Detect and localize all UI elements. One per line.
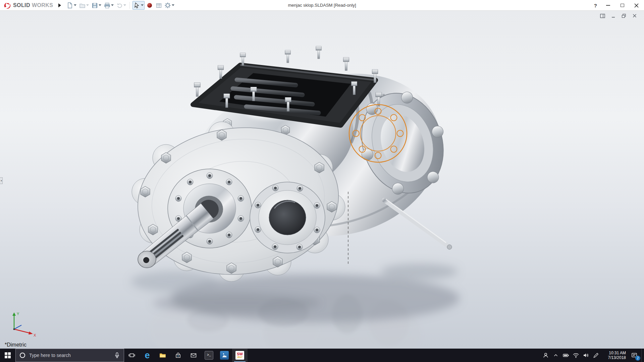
view-orientation-label: *Dimetric — [5, 342, 26, 348]
output-shaft[interactable] — [384, 199, 452, 249]
design-table-icon — [155, 2, 162, 9]
document-title: menjac sklop.SLDASM [Read-only] — [288, 0, 356, 11]
speaker-icon — [582, 352, 590, 359]
network-button[interactable] — [571, 349, 581, 362]
triad-y-label: Y — [17, 312, 19, 316]
doc-minimize-icon — [611, 14, 615, 18]
new-document-icon — [66, 2, 73, 9]
file-explorer-icon — [159, 352, 167, 359]
microphone-icon[interactable] — [114, 352, 120, 359]
solidworks-app-icon: SW 2017 — [235, 351, 244, 360]
edge-icon: e — [145, 351, 150, 360]
edge-browser-button[interactable]: e — [140, 349, 155, 362]
doc-restore-button[interactable] — [621, 13, 627, 18]
start-button[interactable] — [0, 349, 15, 362]
appearance-sphere-icon — [146, 2, 153, 9]
triad-x-label: X — [34, 333, 36, 337]
save-icon — [91, 2, 98, 9]
mail-envelope-icon — [190, 352, 197, 359]
dropdown-caret-icon[interactable] — [86, 4, 89, 6]
minimize-icon — [606, 5, 610, 6]
select-cursor-icon — [133, 2, 140, 9]
help-button[interactable]: ? — [594, 3, 597, 8]
blue-app-button[interactable] — [217, 349, 232, 362]
secondary-bore[interactable] — [250, 182, 325, 253]
pane-split-button[interactable] — [600, 13, 605, 18]
task-view-icon — [128, 352, 136, 359]
gearbox-render — [0, 11, 644, 349]
toolbar-separator — [129, 2, 130, 9]
print-button[interactable] — [103, 1, 114, 10]
windows-logo-icon — [5, 352, 11, 358]
terminal-button[interactable]: >_ — [201, 349, 217, 362]
dropdown-caret-icon[interactable] — [74, 4, 76, 6]
select-tool-button[interactable] — [132, 1, 145, 10]
dropdown-caret-icon[interactable] — [99, 4, 101, 6]
doc-restore-icon — [622, 14, 626, 18]
cortana-icon — [19, 352, 26, 359]
taskbar-clock[interactable]: 10:31 AM 7/13/2018 — [601, 349, 627, 362]
doc-close-button[interactable] — [632, 13, 637, 18]
hidden-icons-button[interactable] — [551, 349, 561, 362]
minimize-button[interactable] — [605, 2, 611, 8]
open-button[interactable] — [78, 1, 90, 10]
people-icon — [542, 352, 549, 359]
gear-icon — [164, 2, 171, 9]
options-button[interactable] — [164, 1, 175, 10]
save-button[interactable] — [91, 1, 102, 10]
store-bag-icon — [174, 352, 182, 359]
undo-icon — [116, 2, 123, 9]
undo-button[interactable] — [115, 1, 127, 10]
doc-close-icon — [633, 14, 637, 18]
clock-date: 7/13/2018 — [608, 355, 626, 360]
terminal-icon: >_ — [205, 351, 213, 360]
dropdown-caret-icon[interactable] — [141, 4, 144, 6]
battery-button[interactable] — [561, 349, 571, 362]
taskbar: e >_ SW 20 — [0, 349, 644, 362]
clock-time: 10:31 AM — [609, 351, 626, 355]
solidworks-ds-icon — [3, 2, 11, 9]
close-button[interactable] — [633, 2, 639, 8]
dropdown-caret-icon[interactable] — [123, 4, 126, 6]
pen-icon — [592, 352, 600, 359]
action-center-button[interactable]: 2 — [627, 349, 641, 362]
titlebar: SOLIDWORKS — [0, 0, 644, 11]
restore-icon — [621, 4, 624, 7]
file-explorer-button[interactable] — [155, 349, 170, 362]
chevron-up-icon — [552, 352, 559, 359]
feature-tree-splitter-handle[interactable]: ◂ — [0, 177, 3, 184]
windows-ink-button[interactable] — [591, 349, 601, 362]
search-input[interactable] — [29, 353, 110, 358]
main-toolbar — [66, 1, 175, 10]
mail-button[interactable] — [186, 349, 201, 362]
logo-text-works: WORKS — [32, 2, 53, 8]
logo-text-solid: SOLID — [13, 2, 30, 8]
store-button[interactable] — [170, 349, 186, 362]
graphics-area[interactable]: ◂ Y X *Dimetric — [0, 11, 644, 349]
close-icon — [634, 3, 639, 8]
document-window-controls — [600, 13, 637, 18]
restore-button[interactable] — [619, 2, 625, 8]
volume-button[interactable] — [581, 349, 591, 362]
solidworks-logo: SOLIDWORKS — [0, 2, 53, 9]
doc-minimize-button[interactable] — [610, 13, 616, 18]
menu-expand-arrow-icon[interactable] — [58, 3, 61, 7]
show-desktop-button[interactable] — [641, 349, 644, 362]
dropdown-caret-icon[interactable] — [172, 4, 174, 6]
print-icon — [104, 2, 110, 9]
orientation-triad: Y X — [8, 310, 39, 337]
people-button[interactable] — [541, 349, 551, 362]
notification-badge: 2 — [635, 356, 640, 361]
blue-app-icon — [220, 351, 229, 360]
battery-icon — [562, 352, 570, 359]
new-document-button[interactable] — [66, 1, 77, 10]
solidworks-app-button[interactable]: SW 2017 — [232, 349, 248, 362]
task-view-button[interactable] — [124, 349, 140, 362]
design-table-button[interactable] — [155, 1, 163, 10]
taskbar-search[interactable] — [15, 349, 124, 362]
appearance-button[interactable] — [146, 1, 154, 10]
wifi-icon — [572, 352, 580, 359]
window-controls: ? — [594, 0, 639, 11]
gearbox-model[interactable] — [130, 46, 462, 284]
dropdown-caret-icon[interactable] — [111, 4, 114, 6]
